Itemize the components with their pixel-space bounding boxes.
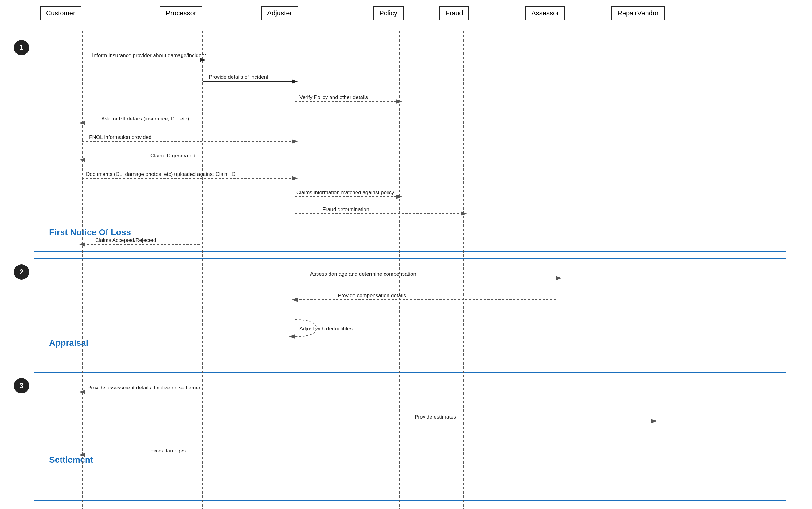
section3-label: Settlement: [49, 455, 93, 465]
actor-fraud: Fraud: [439, 6, 469, 20]
actor-processor: Processor: [160, 6, 202, 20]
actor-policy: Policy: [373, 6, 404, 20]
section1-label: First Notice Of Loss: [49, 228, 131, 237]
actor-customer: Customer: [40, 6, 81, 20]
section3-box: [34, 372, 786, 501]
actor-assessor: Assessor: [525, 6, 565, 20]
section3-badge: 3: [14, 378, 29, 394]
section2-box: [34, 258, 786, 367]
actor-repairvendor: RepairVendor: [611, 6, 665, 20]
section1-box: [34, 34, 786, 252]
diagram-container: Customer Processor Adjuster Policy Fraud…: [0, 0, 812, 509]
section2-label: Appraisal: [49, 338, 88, 348]
section2-badge: 2: [14, 264, 29, 280]
actor-adjuster: Adjuster: [261, 6, 298, 20]
section1-badge: 1: [14, 40, 29, 55]
